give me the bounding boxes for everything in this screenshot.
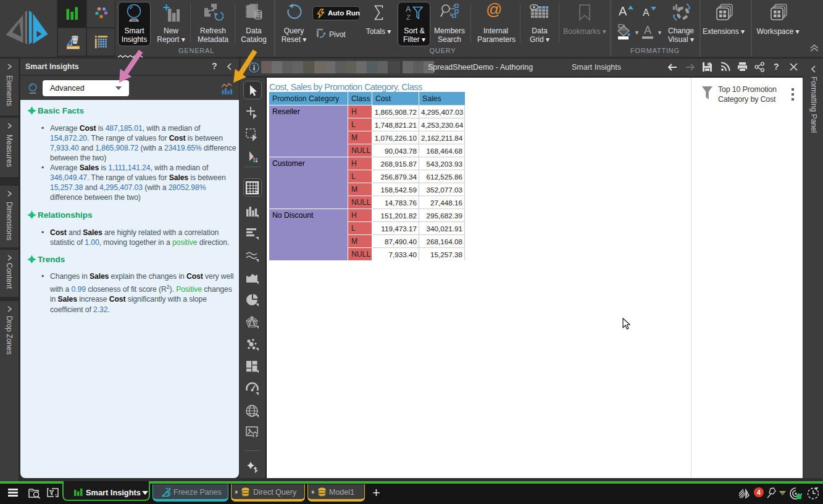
svg-text:A: A bbox=[406, 5, 411, 14]
svg-text:Z: Z bbox=[406, 14, 411, 21]
